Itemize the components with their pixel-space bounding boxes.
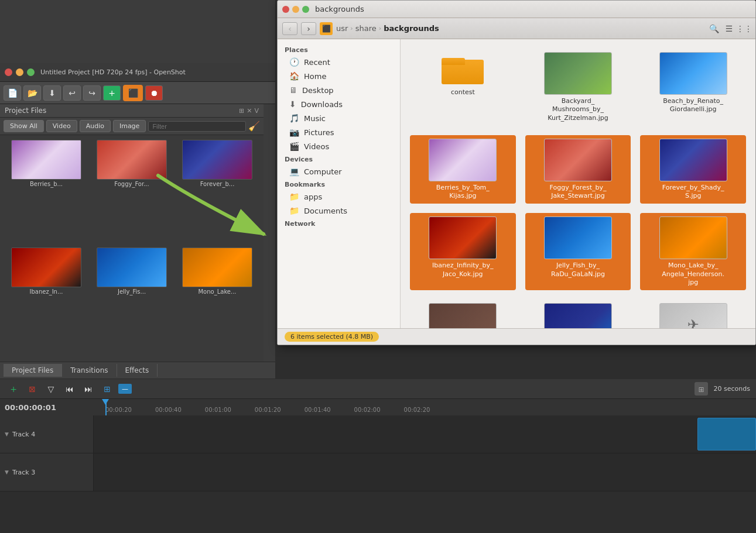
ruler-mark-6: 00:02:00 [343,407,392,413]
ruler-mark-4: 00:01:20 [243,407,293,413]
fm-filename-contest: contest [451,88,475,97]
maximize-button[interactable] [27,68,35,76]
record-btn[interactable]: ⏺ [145,85,163,101]
fm-thumb-partitura [429,303,497,328]
fm-back-button[interactable]: ‹ [282,22,297,35]
fm-bc-current[interactable]: backgrounds [384,24,439,33]
fm-file-partitura[interactable]: Partitura_by_... [410,300,516,328]
fm-sidebar: Places 🕐 Recent 🏠 Home 🖥 Desktop ⬇ Downl… [278,39,401,328]
timeline-ruler: 00:00:00:01 00:00:20 00:00:40 00:01:00 0… [0,399,756,415]
fm-forward-button[interactable]: › [301,22,316,35]
fm-statusbar: 6 items selected (4.8 MB) [278,328,755,345]
fm-file-last[interactable]: ✈ [640,300,746,328]
fm-filename-ibanez: Ibanez_Infinity_by_Jaco_Kok.jpg [432,262,493,278]
fm-filename-beach: Beach_by_Renato_Giordanelli.jpg [663,97,723,114]
folder-icon [442,52,484,84]
fm-close-button[interactable] [282,6,289,13]
sidebar-item-recent[interactable]: 🕐 Recent [278,55,400,69]
pf-label-forever: Forever_b... [200,181,235,187]
fm-grid-icon[interactable]: ⋮⋮ [738,22,751,35]
fm-maximize-button[interactable] [302,6,309,13]
fm-thumb-berries [429,139,497,181]
pf-item-mono[interactable]: Mono_Lake... [176,247,259,353]
pf-thumb-berries [11,140,81,180]
sidebar-item-computer[interactable]: 💻 Computer [278,164,400,178]
sidebar-item-apps[interactable]: 📁 apps [278,190,400,204]
preview-btn[interactable]: ⬛ [123,85,143,101]
new-btn[interactable]: 📄 [4,85,21,101]
tab-effects[interactable]: Effects [117,364,158,377]
tl-prev-marker[interactable]: ⏮ [62,383,77,396]
music-icon: 🎵 [289,114,299,123]
fm-menu-icon[interactable]: ☰ [723,22,736,35]
pf-item-foggy[interactable]: Foggy_For... [90,140,173,245]
fm-file-contest[interactable]: contest [410,49,516,126]
add-btn[interactable]: + [103,85,121,101]
sidebar-item-downloads[interactable]: ⬇ Downloads [278,97,400,111]
fm-search-icon[interactable]: 🔍 [707,22,720,35]
track-4-content[interactable] [94,415,756,453]
redo-btn[interactable]: ↪ [83,85,101,101]
tab-video[interactable]: Video [46,120,77,132]
tl-minus-btn[interactable]: — [118,384,132,394]
sidebar-item-home[interactable]: 🏠 Home [278,69,400,83]
pf-label-foggy: Foggy_For... [114,181,149,187]
tab-image[interactable]: Image [113,120,146,132]
tab-transitions[interactable]: Transitions [62,364,117,377]
status-badge: 6 items selected (4.8 MB) [285,332,379,342]
sidebar-label-downloads: Downloads [301,100,343,109]
fm-file-foggy[interactable]: Foggy_Forest_by_Jake_Stewart.jpg [525,135,631,204]
tl-add-track[interactable]: + [6,383,21,396]
fm-file-berries[interactable]: Berries_by_Tom_Kijas.jpg [410,135,516,204]
filter-input[interactable] [148,121,246,132]
fm-file-forever[interactable]: Forever_by_Shady_S.jpg [640,135,746,204]
save-btn[interactable]: ⬇ [43,85,61,101]
open-btn[interactable]: 📂 [23,85,41,101]
timecode: 00:00:00:01 [5,403,56,412]
fm-file-ibanez[interactable]: Ibanez_Infinity_by_Jaco_Kok.jpg [410,213,516,290]
fm-file-jelly[interactable]: Jelly_Fish_by_RaDu_GaLaN.jpg [525,213,631,290]
desktop-icon: 🖥 [289,85,297,95]
pf-item-ibanez[interactable]: Ibanez_In... [5,247,88,353]
track-3-content[interactable] [94,453,756,491]
fm-bc-usr[interactable]: usr [336,24,348,33]
filter-clear-icon[interactable]: 🧹 [248,121,260,132]
sidebar-item-documents[interactable]: 📁 Documents [278,204,400,218]
pf-item-jelly[interactable]: Jelly_Fis... [90,247,173,353]
pf-item-berries[interactable]: Berries_b... [5,140,88,245]
fm-filename-jelly: Jelly_Fish_by_RaDu_GaLaN.jpg [551,262,605,278]
tl-remove-track[interactable]: ⊠ [25,383,40,396]
fm-bc-sep1: › [350,25,353,32]
fm-content: contest Backyard_Mushrooms_by_Kurt_Zitze… [401,39,755,328]
track-3-label[interactable]: Track 3 [0,453,94,491]
pf-item-forever[interactable]: Forever_b... [176,140,259,245]
undo-btn[interactable]: ↩ [63,85,81,101]
tl-filter[interactable]: ▽ [43,383,59,396]
minimize-button[interactable] [16,68,23,76]
sidebar-label-music: Music [304,114,326,123]
track-4-clip[interactable] [697,418,756,451]
fm-file-mono[interactable]: Mono_Lake_by_Angela_Henderson.jpg [640,213,746,290]
fm-title: backgrounds [315,5,364,13]
playhead[interactable] [105,399,107,415]
sidebar-item-desktop[interactable]: 🖥 Desktop [278,83,400,97]
zoom-icon: ⊞ [698,386,704,394]
tab-show-all[interactable]: Show All [4,120,44,132]
tl-add-marker[interactable]: ⊞ [100,383,115,396]
tab-audio[interactable]: Audio [80,120,111,132]
sidebar-label-computer: Computer [304,167,342,176]
sidebar-item-videos[interactable]: 🎬 Videos [278,139,400,153]
track-4-label[interactable]: Track 4 [0,415,94,453]
ruler-marks: 00:00:20 00:00:40 00:01:00 00:01:20 00:0… [0,399,756,413]
fm-minimize-button[interactable] [292,6,299,13]
tab-project-files[interactable]: Project Files [4,364,62,377]
close-button[interactable] [5,68,12,76]
tl-next-marker[interactable]: ⏭ [81,383,96,396]
pf-title: Project Files [5,106,46,115]
fm-file-reflections[interactable]: Reflections_b... [525,300,631,328]
sidebar-item-music[interactable]: 🎵 Music [278,111,400,125]
fm-file-beach[interactable]: Beach_by_Renato_Giordanelli.jpg [640,49,746,126]
fm-bc-share[interactable]: share [355,24,377,33]
sidebar-item-pictures[interactable]: 📷 Pictures [278,125,400,139]
fm-file-mushrooms[interactable]: Backyard_Mushrooms_by_Kurt_Zitzelman.jpg [525,49,631,126]
